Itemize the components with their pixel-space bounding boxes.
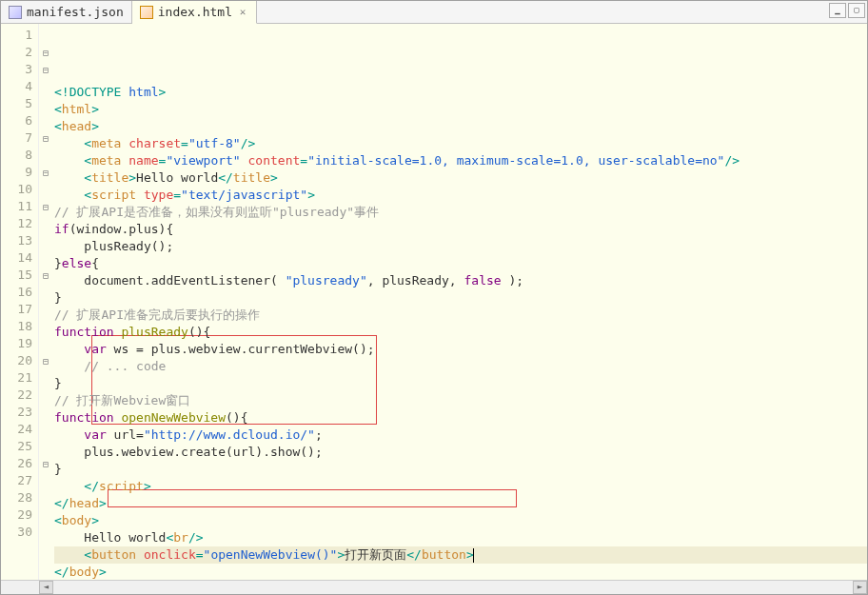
tab-manifest[interactable]: manifest.json — [1, 1, 132, 23]
maximize-button[interactable]: ▢ — [848, 3, 865, 18]
line-number: 14 — [1, 249, 32, 267]
line-number: 23 — [1, 404, 32, 421]
line-number: 25 — [1, 438, 32, 455]
fold-toggle[interactable]: ⊟ — [39, 44, 52, 61]
fold-toggle[interactable]: ⊟ — [39, 267, 52, 284]
line-number: 28 — [1, 489, 32, 506]
fold-toggle[interactable]: ⊟ — [39, 164, 52, 181]
scroll-right-button[interactable]: ► — [853, 581, 867, 594]
code-content[interactable]: <!DOCTYPE html><html><head> <meta charse… — [52, 24, 867, 580]
line-number: 29 — [1, 506, 32, 524]
line-number: 20 — [1, 352, 32, 369]
line-number: 22 — [1, 387, 32, 404]
fold-toggle[interactable]: ⊟ — [39, 61, 52, 78]
fold-toggle — [39, 335, 52, 352]
scroll-left-button[interactable]: ◄ — [39, 581, 53, 594]
fold-toggle — [39, 284, 52, 301]
json-file-icon — [9, 6, 22, 19]
code-line[interactable]: // 扩展API准备完成后要执行的操作 — [54, 307, 867, 324]
line-number: 24 — [1, 421, 32, 438]
fold-toggle[interactable]: ⊟ — [39, 352, 52, 369]
line-number: 27 — [1, 472, 32, 489]
line-number: 3 — [1, 61, 32, 78]
text-cursor — [473, 548, 474, 563]
line-number: 12 — [1, 215, 32, 232]
code-line[interactable]: <meta name="viewport" content="initial-s… — [54, 152, 867, 169]
line-number: 6 — [1, 112, 32, 129]
code-line[interactable]: <head> — [54, 118, 867, 135]
code-line[interactable]: <button onclick="openNewWebview()">打开新页面… — [54, 546, 867, 564]
code-line[interactable]: // 扩展API是否准备，如果没有则监听"plusready"事件 — [54, 204, 867, 221]
code-line[interactable]: </body> — [54, 564, 867, 580]
tab-index-html[interactable]: index.html ✕ — [132, 1, 257, 24]
fold-toggle — [39, 369, 52, 387]
fold-toggle — [39, 387, 52, 404]
code-line[interactable]: plus.webview.create(url).show(); — [54, 444, 867, 461]
code-line[interactable]: // ... code — [54, 358, 867, 375]
minimize-button[interactable]: ▁ — [829, 3, 846, 18]
horizontal-scrollbar[interactable]: ◄ ► — [1, 580, 867, 594]
code-line[interactable]: <body> — [54, 512, 867, 529]
fold-toggle — [39, 78, 52, 95]
fold-toggle — [39, 232, 52, 249]
fold-toggle — [39, 112, 52, 129]
close-icon[interactable]: ✕ — [237, 7, 248, 18]
line-number: 26 — [1, 455, 32, 472]
line-number: 5 — [1, 95, 32, 112]
fold-column: ⊟⊟⊟⊟⊟⊟⊟⊟ — [39, 24, 52, 580]
window-controls: ▁ ▢ — [829, 3, 865, 18]
code-line[interactable]: // 打开新Webview窗口 — [54, 392, 867, 409]
code-line[interactable]: function openNewWebview(){ — [54, 409, 867, 426]
line-number: 11 — [1, 198, 32, 215]
fold-toggle — [39, 181, 52, 198]
fold-toggle — [39, 318, 52, 335]
fold-toggle — [39, 472, 52, 489]
code-line[interactable]: var ws = plus.webview.currentWebview(); — [54, 341, 867, 358]
fold-toggle — [39, 249, 52, 267]
fold-toggle — [39, 438, 52, 455]
tab-label: manifest.json — [27, 5, 124, 19]
code-line[interactable]: <meta charset="utf-8"/> — [54, 135, 867, 152]
line-number-gutter: 1234567891011121314151617181920212223242… — [1, 24, 39, 580]
code-line[interactable]: } — [54, 375, 867, 392]
code-line[interactable]: Hello world<br/> — [54, 529, 867, 546]
line-number: 9 — [1, 164, 32, 181]
line-number: 1 — [1, 27, 32, 44]
line-number: 2 — [1, 44, 32, 61]
tab-label: index.html — [158, 5, 232, 19]
fold-toggle — [39, 489, 52, 506]
line-number: 7 — [1, 129, 32, 147]
line-number: 8 — [1, 147, 32, 164]
line-number: 19 — [1, 335, 32, 352]
line-number: 21 — [1, 369, 32, 387]
line-number: 30 — [1, 524, 32, 541]
code-line[interactable]: <!DOCTYPE html> — [54, 84, 867, 101]
code-line[interactable]: <title>Hello world</title> — [54, 169, 867, 187]
code-line[interactable]: <script type="text/javascript"> — [54, 187, 867, 204]
fold-toggle — [39, 421, 52, 438]
fold-toggle — [39, 147, 52, 164]
code-line[interactable]: function plusReady(){ — [54, 324, 867, 341]
html-file-icon — [140, 6, 153, 19]
code-line[interactable]: plusReady(); — [54, 238, 867, 255]
fold-toggle[interactable]: ⊟ — [39, 198, 52, 215]
code-line[interactable]: } — [54, 461, 867, 478]
editor-window: manifest.json index.html ✕ ▁ ▢ 123456789… — [0, 0, 868, 595]
fold-toggle — [39, 95, 52, 112]
fold-toggle[interactable]: ⊟ — [39, 455, 52, 472]
line-number: 16 — [1, 284, 32, 301]
line-number: 15 — [1, 267, 32, 284]
code-line[interactable]: </script> — [54, 478, 867, 495]
code-line[interactable]: }else{ — [54, 255, 867, 272]
fold-toggle[interactable]: ⊟ — [39, 129, 52, 147]
code-line[interactable]: document.addEventListener( "plusready", … — [54, 272, 867, 289]
code-line[interactable]: <html> — [54, 101, 867, 118]
code-line[interactable]: if(window.plus){ — [54, 221, 867, 238]
code-line[interactable]: </head> — [54, 495, 867, 512]
code-line[interactable]: } — [54, 289, 867, 307]
tab-bar: manifest.json index.html ✕ ▁ ▢ — [1, 1, 867, 24]
editor-area[interactable]: 1234567891011121314151617181920212223242… — [1, 24, 867, 580]
code-line[interactable]: var url="http://www.dcloud.io/"; — [54, 426, 867, 444]
fold-toggle — [39, 524, 52, 541]
fold-toggle — [39, 301, 52, 318]
